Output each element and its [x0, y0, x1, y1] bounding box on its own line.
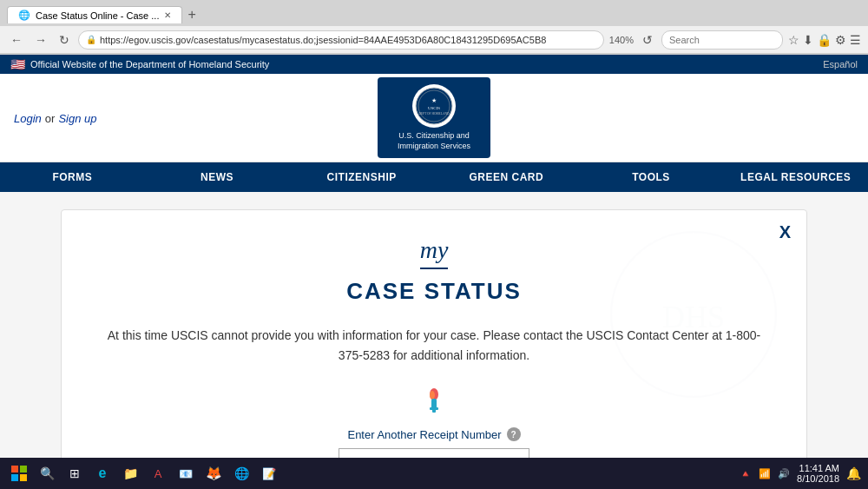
taskbar-right: 🔺 📶 🔊 11:41 AM 8/10/2018 🔔	[740, 463, 861, 484]
top-bar-left: 🇺🇸 Official Website of the Department of…	[10, 57, 269, 71]
nav-forms[interactable]: FORMS	[0, 162, 145, 192]
secure-icon: 🔒	[86, 35, 96, 44]
main-content: DHS X my CASE STATUS At this time USCIS …	[0, 192, 868, 489]
edge-icon[interactable]: e	[90, 461, 115, 486]
svg-rect-15	[20, 474, 27, 481]
lock-btn[interactable]: 🔒	[817, 33, 832, 47]
notification-icon[interactable]: 🔔	[846, 466, 861, 480]
case-status-title: CASE STATUS	[96, 278, 772, 305]
time-display: 11:41 AM 8/10/2018	[797, 463, 839, 484]
us-flag-icon: 🇺🇸	[10, 57, 25, 71]
url-box[interactable]: 🔒 https://egov.uscis.gov/casestatus/myca…	[78, 30, 604, 50]
svg-rect-14	[11, 474, 18, 481]
tab-title: Case Status Online - Case ...	[36, 10, 159, 21]
nav-green-card[interactable]: GREEN CARD	[434, 162, 579, 192]
address-bar: ← → ↻ 🔒 https://egov.uscis.gov/casestatu…	[0, 26, 868, 54]
help-icon[interactable]: ?	[507, 427, 521, 441]
browser-chrome: 🌐 Case Status Online - Case ... ✕ + ← → …	[0, 0, 868, 55]
back-btn[interactable]: ←	[7, 31, 26, 49]
espanol-link[interactable]: Español	[823, 59, 858, 69]
uscis-logo[interactable]: ★ USCIS DEPT OF HOMELAND U.S. Citizenshi…	[378, 77, 490, 158]
url-text: https://egov.uscis.gov/casestatus/mycase…	[100, 35, 546, 45]
tab-close-btn[interactable]: ✕	[164, 10, 171, 20]
zoom-reset-btn[interactable]: ↺	[639, 31, 656, 49]
svg-point-8	[430, 391, 435, 400]
uscis-seal: ★ USCIS DEPT OF HOMELAND	[412, 84, 456, 128]
nav-legal-resources[interactable]: LEGAL RESOURCES	[723, 162, 868, 192]
cursive-my: my	[420, 236, 449, 269]
app-icon-1[interactable]: 📧	[174, 461, 198, 486]
task-view-btn[interactable]: ⊞	[62, 461, 87, 486]
svg-text:USCIS: USCIS	[428, 106, 440, 110]
login-area: Login or Sign up	[14, 111, 96, 124]
menu-btn[interactable]: ☰	[850, 33, 861, 47]
browser-search-input[interactable]	[661, 30, 783, 50]
start-button[interactable]	[7, 461, 31, 486]
receipt-label: Enter Another Receipt Number ?	[96, 427, 772, 441]
svg-rect-11	[432, 409, 436, 413]
tab-favicon: 🌐	[18, 10, 30, 21]
acrobat-icon[interactable]: A	[146, 461, 170, 486]
svg-text:DEPT OF HOMELAND: DEPT OF HOMELAND	[419, 112, 450, 116]
taskbar-left: 🔍 ⊞ e 📁 A 📧 🦊 🌐 📝	[7, 461, 281, 486]
search-taskbar-btn[interactable]: 🔍	[35, 461, 59, 486]
new-tab-btn[interactable]: +	[182, 7, 201, 23]
or-text: or	[45, 111, 56, 124]
logo-text: U.S. Citizenship and Immigration Service…	[390, 131, 478, 151]
torch-icon	[96, 386, 772, 420]
current-time: 11:41 AM	[797, 463, 839, 473]
nav-tools[interactable]: TOOLS	[579, 162, 724, 192]
extensions-btn[interactable]: ⚙	[835, 33, 846, 47]
close-button[interactable]: X	[779, 222, 791, 242]
login-link[interactable]: Login	[14, 111, 42, 124]
forward-btn[interactable]: →	[31, 31, 50, 49]
app-icon-2[interactable]: 📝	[257, 461, 281, 486]
main-nav: FORMS NEWS CITIZENSHIP GREEN CARD TOOLS …	[0, 162, 868, 192]
explorer-icon[interactable]: 📁	[118, 461, 142, 486]
case-status-message: At this time USCIS cannot provide you wi…	[96, 326, 772, 365]
site-header: Login or Sign up ★ USCIS DEPT OF HOMELAN…	[0, 74, 868, 162]
nav-news[interactable]: NEWS	[145, 162, 290, 192]
case-status-card: DHS X my CASE STATUS At this time USCIS …	[61, 209, 807, 489]
zoom-level: 140%	[609, 35, 634, 45]
logo-container: ★ USCIS DEPT OF HOMELAND U.S. Citizenshi…	[14, 77, 854, 158]
active-tab[interactable]: 🌐 Case Status Online - Case ... ✕	[7, 6, 182, 23]
taskbar: 🔍 ⊞ e 📁 A 📧 🦊 🌐 📝 🔺 📶 🔊 11:41	[0, 458, 868, 489]
chrome-icon[interactable]: 🌐	[229, 461, 253, 486]
svg-rect-12	[11, 466, 18, 472]
logo-line1: U.S. Citizenship and	[390, 131, 478, 142]
signup-link[interactable]: Sign up	[58, 111, 96, 124]
nav-citizenship[interactable]: CITIZENSHIP	[289, 162, 434, 192]
case-status-logo: my	[96, 236, 772, 269]
svg-text:★: ★	[431, 97, 437, 104]
receipt-label-text: Enter Another Receipt Number	[347, 428, 501, 441]
bookmark-btn[interactable]: ☆	[788, 33, 799, 47]
official-website-text: Official Website of the Department of Ho…	[30, 59, 269, 69]
system-tray: 🔺	[740, 468, 752, 479]
current-date: 8/10/2018	[797, 473, 839, 484]
volume-icon: 🔊	[778, 468, 790, 479]
svg-rect-13	[20, 466, 27, 472]
firefox-icon[interactable]: 🦊	[201, 461, 226, 486]
tab-bar: 🌐 Case Status Online - Case ... ✕ +	[0, 0, 868, 26]
network-icon: 📶	[759, 468, 771, 479]
browser-actions: ☆ ⬇ 🔒 ⚙ ☰	[788, 33, 861, 47]
government-top-bar: 🇺🇸 Official Website of the Department of…	[0, 55, 868, 74]
refresh-btn[interactable]: ↻	[56, 31, 73, 49]
logo-line2: Immigration Services	[390, 142, 478, 152]
download-btn[interactable]: ⬇	[803, 33, 813, 47]
